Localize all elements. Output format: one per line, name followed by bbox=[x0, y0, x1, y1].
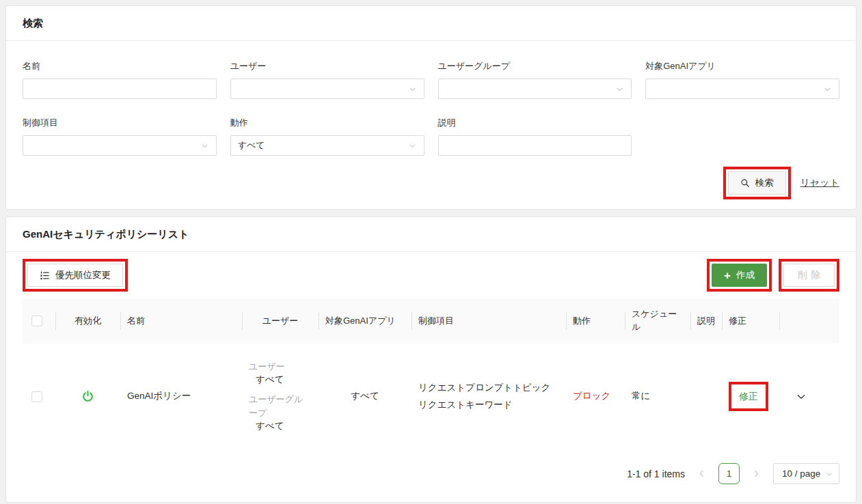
row-user-label: ユーザー bbox=[249, 360, 312, 374]
action-select[interactable]: すべて bbox=[230, 135, 425, 156]
field-action: 動作 すべて bbox=[230, 117, 425, 156]
priority-order-button[interactable]: 優先順位変更 bbox=[27, 264, 123, 287]
row-cell-name: GenAIポリシー bbox=[120, 344, 242, 449]
chevron-down-icon bbox=[200, 141, 209, 150]
search-icon bbox=[740, 178, 750, 188]
select-all-checkbox[interactable] bbox=[31, 316, 42, 326]
row-cell-expand bbox=[779, 344, 839, 449]
control-item-label: 制御項目 bbox=[23, 117, 217, 129]
delete-button[interactable]: 削除 bbox=[783, 264, 835, 287]
control-item-1: リクエストプロンプトトピック bbox=[418, 380, 550, 397]
search-panel-body: 名前 ユーザー ユーザーグループ bbox=[6, 41, 856, 209]
search-fields-row2: 制御項目 動作 すべて 説明 bbox=[23, 117, 839, 156]
chevron-down-icon bbox=[796, 391, 807, 402]
create-button[interactable]: + 作成 bbox=[712, 264, 767, 287]
annotation-box-delete: 削除 bbox=[779, 259, 839, 292]
target-app-select[interactable] bbox=[645, 79, 839, 99]
field-user-group: ユーザーグループ bbox=[438, 60, 632, 99]
search-fields-row1: 名前 ユーザー ユーザーグループ bbox=[23, 60, 839, 99]
row-cell-action: ブロック bbox=[566, 344, 625, 449]
header-cell-user: ユーザー bbox=[242, 298, 319, 344]
chevron-right-icon bbox=[752, 469, 761, 478]
policy-list-toolbar: 優先順位変更 + 作成 削除 bbox=[6, 252, 856, 298]
policy-list-title: GenAIセキュリティポリシーリスト bbox=[6, 217, 856, 252]
page-1-button[interactable]: 1 bbox=[718, 463, 740, 484]
expand-row-button[interactable] bbox=[796, 391, 807, 402]
row-cell-schedule: 常に bbox=[625, 344, 690, 449]
reset-link[interactable]: リセット bbox=[800, 177, 839, 189]
row-cell-edit: 修正 bbox=[722, 344, 779, 449]
page-size-select[interactable]: 10 / page bbox=[773, 463, 839, 484]
row-user-value: すべて bbox=[249, 373, 312, 387]
chevron-left-icon bbox=[697, 469, 706, 478]
control-items: リクエストプロンプトトピック リクエストキーワード bbox=[418, 380, 550, 414]
table-row: GenAIポリシー ユーザー すべて ユーザーグループ すべて すべて リクエス… bbox=[23, 344, 839, 449]
action-value: ブロック bbox=[573, 389, 610, 403]
chevron-down-icon bbox=[825, 470, 833, 478]
page: 検索 名前 ユーザー ユーザーグループ bbox=[0, 0, 862, 504]
search-panel: 検索 名前 ユーザー ユーザーグループ bbox=[5, 5, 857, 210]
header-cell-action: 動作 bbox=[566, 298, 625, 344]
annotation-box-priority: 優先順位変更 bbox=[23, 259, 128, 292]
row-cell-control-item: リクエストプロンプトトピック リクエストキーワード bbox=[412, 344, 566, 449]
user-label: ユーザー bbox=[230, 60, 425, 72]
user-stack: ユーザー すべて ユーザーグループ すべて bbox=[249, 360, 312, 434]
header-cell-schedule: スケジュール bbox=[625, 298, 690, 344]
field-name: 名前 bbox=[23, 60, 217, 99]
target-app-label: 対象GenAIアプリ bbox=[645, 60, 839, 72]
search-footer: 検索 リセット bbox=[23, 167, 839, 199]
priority-order-button-label: 優先順位変更 bbox=[55, 269, 111, 281]
policy-table: 有効化 名前 ユーザー 対象GenAIアプリ 制御項目 動作 スケジュール 説明… bbox=[23, 298, 839, 449]
header-cell-description: 説明 bbox=[690, 298, 722, 344]
user-group-select[interactable] bbox=[438, 79, 632, 99]
header-cell-name: 名前 bbox=[120, 298, 242, 344]
header-cell-edit: 修正 bbox=[722, 298, 779, 344]
plus-icon: + bbox=[724, 270, 731, 281]
field-spacer bbox=[645, 117, 839, 156]
power-icon bbox=[81, 390, 94, 403]
field-control-item: 制御項目 bbox=[23, 117, 217, 156]
chevron-down-icon bbox=[615, 85, 624, 94]
control-item-2: リクエストキーワード bbox=[418, 397, 550, 414]
description-input[interactable] bbox=[438, 135, 632, 156]
search-button[interactable]: 検索 bbox=[728, 171, 786, 195]
control-item-select[interactable] bbox=[23, 135, 217, 156]
enable-toggle-button[interactable] bbox=[81, 390, 94, 403]
row-cell-description bbox=[690, 344, 722, 449]
header-cell-expand bbox=[779, 298, 839, 344]
pagination-summary: 1-1 of 1 items bbox=[627, 468, 685, 479]
name-label: 名前 bbox=[23, 60, 217, 72]
annotation-box-search: 検索 bbox=[723, 167, 791, 199]
field-target-app: 対象GenAIアプリ bbox=[645, 60, 839, 99]
ordered-list-icon bbox=[40, 270, 50, 281]
action-label: 動作 bbox=[230, 117, 425, 129]
field-user: ユーザー bbox=[230, 60, 425, 99]
annotation-box-edit: 修正 bbox=[729, 382, 768, 411]
header-cell-control-item: 制御項目 bbox=[412, 298, 566, 344]
create-button-label: 作成 bbox=[736, 269, 755, 281]
header-cell-enabled: 有効化 bbox=[55, 298, 120, 344]
row-cell-enabled bbox=[55, 344, 120, 449]
previous-page-button[interactable] bbox=[697, 469, 706, 478]
row-cell-user: ユーザー すべて ユーザーグループ すべて bbox=[242, 344, 319, 449]
action-select-value: すべて bbox=[238, 139, 265, 152]
next-page-button[interactable] bbox=[752, 469, 761, 478]
user-select[interactable] bbox=[230, 79, 425, 99]
row-user-group-label: ユーザーグループ bbox=[249, 393, 312, 419]
description-label: 説明 bbox=[438, 117, 632, 129]
row-cell-target-app: すべて bbox=[319, 344, 412, 449]
table-header-row: 有効化 名前 ユーザー 対象GenAIアプリ 制御項目 動作 スケジュール 説明… bbox=[23, 298, 839, 344]
edit-link[interactable]: 修正 bbox=[733, 387, 764, 406]
annotation-box-create: + 作成 bbox=[707, 259, 772, 292]
search-panel-title: 検索 bbox=[6, 6, 856, 41]
chevron-down-icon bbox=[408, 85, 417, 94]
field-description: 説明 bbox=[438, 117, 632, 156]
header-cell-checkbox bbox=[23, 298, 55, 344]
row-user-group-value: すべて bbox=[249, 419, 312, 433]
user-group-label: ユーザーグループ bbox=[438, 60, 632, 72]
row-cell-checkbox bbox=[23, 344, 55, 449]
name-input[interactable] bbox=[23, 79, 217, 99]
pagination: 1-1 of 1 items 1 10 / page bbox=[6, 449, 856, 502]
row-checkbox[interactable] bbox=[31, 391, 42, 402]
policy-list-panel: GenAIセキュリティポリシーリスト 優先順位変更 + 作成 削除 bbox=[5, 216, 857, 503]
